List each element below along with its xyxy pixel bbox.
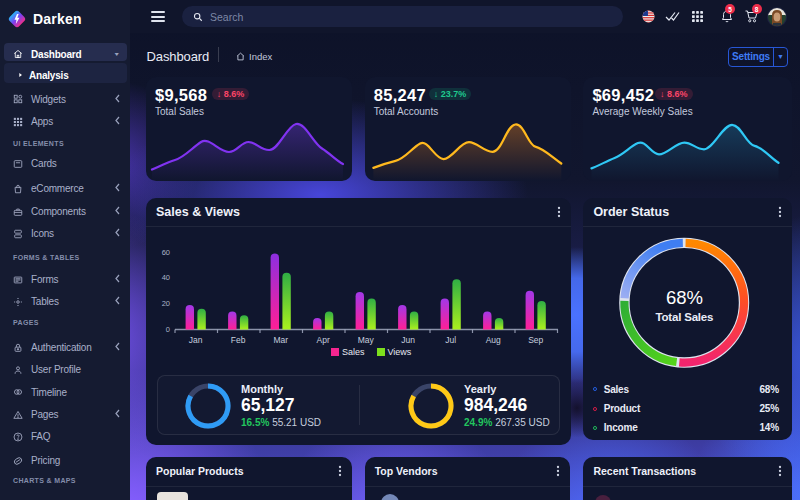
svg-text:Jan: Jan [189,335,203,345]
svg-text:Feb: Feb [231,335,246,345]
svg-text:Aug: Aug [486,335,501,345]
svg-text:60: 60 [162,248,170,257]
svg-text:Mar: Mar [273,335,288,345]
svg-text:20: 20 [162,299,170,308]
svg-text:May: May [358,335,375,345]
svg-text:Sep: Sep [528,335,543,345]
svg-text:Jun: Jun [401,335,415,345]
svg-text:Apr: Apr [317,335,330,345]
svg-text:40: 40 [162,273,170,282]
svg-text:0: 0 [166,325,170,334]
svg-text:Jul: Jul [445,335,456,345]
